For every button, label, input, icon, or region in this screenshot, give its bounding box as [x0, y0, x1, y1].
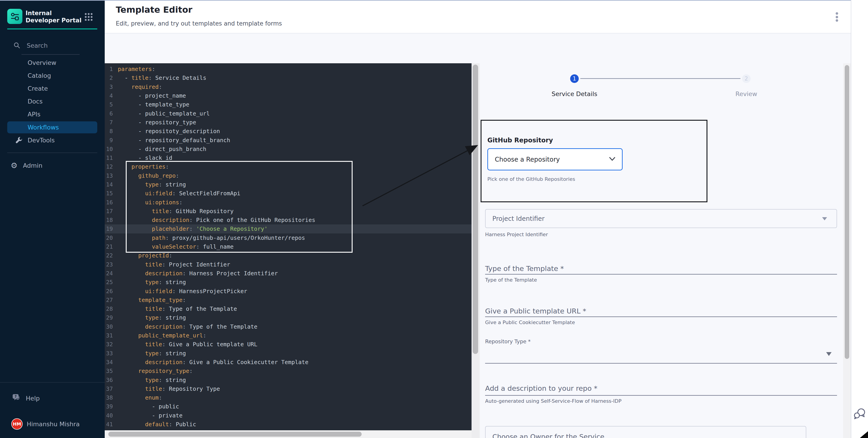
code-line[interactable]: 10 - direct_push_branch	[105, 145, 471, 154]
code-line[interactable]: 40 - private	[105, 411, 471, 420]
code-line[interactable]: 39 - public	[105, 402, 471, 411]
code-line[interactable]: 12 properties:	[105, 162, 471, 171]
chat-support-icon[interactable]	[853, 407, 866, 424]
code-line[interactable]: 6 - public_template_url	[105, 109, 471, 118]
chevron-down-icon	[609, 157, 616, 162]
stepper-step-1[interactable]: 1	[570, 74, 579, 83]
code-line[interactable]: 16 ui:options:	[105, 198, 471, 207]
dropdown-caret-icon[interactable]	[826, 352, 832, 356]
scrollbar-thumb[interactable]	[108, 432, 362, 437]
sidebar-item-label: Catalog	[28, 72, 51, 79]
code-line[interactable]: 14 type: string	[105, 180, 471, 189]
code-line[interactable]: 7 - repository_type	[105, 118, 471, 127]
code-line[interactable]: 19 placeholder: 'Choose a Repository'	[105, 225, 471, 233]
sidebar-item-create[interactable]: Create	[7, 82, 97, 95]
public-template-url-field[interactable]: Give a Public template URL * Give a Publ…	[485, 307, 837, 315]
code-line[interactable]: 11 - slack_id	[105, 154, 471, 162]
line-number: 18	[105, 217, 118, 223]
code-line[interactable]: 21 valueSelector: full_name	[105, 242, 471, 251]
owner-select[interactable]: Choose an Owner for the Service	[485, 426, 806, 438]
sidebar-item-label: Create	[28, 85, 48, 92]
app-logo[interactable]	[7, 9, 22, 24]
line-number: 10	[105, 146, 118, 152]
code-line[interactable]: 4 - project_name	[105, 91, 471, 100]
line-number: 30	[105, 324, 118, 330]
sidebar-item-label: Overview	[28, 59, 56, 66]
code-line[interactable]: 37 title: Repository Type	[105, 384, 471, 393]
line-number: 3	[105, 83, 118, 90]
code-line[interactable]: 13 github_repo:	[105, 171, 471, 180]
sidebar-item-help[interactable]: ? Help	[12, 393, 89, 404]
sidebar-item-docs[interactable]: Docs	[7, 95, 97, 107]
github-repository-helper: Pick one of the GitHub Repositories	[487, 176, 575, 182]
line-number: 31	[105, 332, 118, 339]
code-line[interactable]: 22 projectId:	[105, 251, 471, 260]
repo-description-field[interactable]: Add a description to your repo * Auto-ge…	[485, 384, 837, 392]
code-line[interactable]: 24 description: Harness Project Identifi…	[105, 269, 471, 278]
owner-placeholder: Choose an Owner for the Service	[492, 433, 604, 438]
public-template-url-helper: Give a Public Cookiecutter Template	[485, 319, 575, 325]
code-line[interactable]: 30 description: Type of the Template	[105, 322, 471, 331]
line-number: 11	[105, 155, 118, 161]
sidebar-item-admin[interactable]: ⚙ Admin	[7, 160, 97, 171]
code-line[interactable]: 20 path: proxy/github-api/users/OrkoHunt…	[105, 233, 471, 242]
code-line[interactable]: 34 description: Give a Public Cookiecutt…	[105, 358, 471, 367]
code-line[interactable]: 3 required:	[105, 82, 471, 91]
sidebar: Internal Developer Portal Search Overvie…	[0, 1, 105, 438]
code-line[interactable]: 33 type: string	[105, 349, 471, 358]
template-type-field[interactable]: Type of the Template * Type of the Templ…	[485, 264, 837, 273]
repo-description-helper: Auto-generated using Self-Service-Flow o…	[485, 398, 621, 404]
user-menu[interactable]: HM Himanshu Mishra	[11, 418, 97, 430]
line-number: 37	[105, 385, 118, 392]
code-line[interactable]: 23 title: Project Identifier	[105, 260, 471, 269]
code-line[interactable]: 8 - repositoty_description	[105, 127, 471, 136]
line-number: 6	[105, 110, 118, 117]
code-line[interactable]: 26 ui:field: HarnessProjectPicker	[105, 287, 471, 295]
project-identifier-select[interactable]: Project Identifier	[485, 209, 837, 228]
code-line[interactable]: 5 - template_type	[105, 100, 471, 109]
stepper-step-2[interactable]: 2	[742, 74, 751, 83]
sidebar-search[interactable]: Search	[13, 40, 90, 50]
sidebar-item-apis[interactable]: APIs	[7, 108, 97, 120]
code-line[interactable]: 17 title: GitHub Repository	[105, 207, 471, 215]
code-line[interactable]: 31 public_template_url:	[105, 331, 471, 340]
scrollbar-thumb[interactable]	[473, 65, 478, 354]
editor-vertical-scrollbar[interactable]	[471, 63, 480, 438]
sidebar-item-overview[interactable]: Overview	[7, 57, 97, 69]
github-repository-select[interactable]: Choose a Repository	[487, 148, 623, 170]
code-line[interactable]: 9 - repository_default_branch	[105, 136, 471, 144]
code-line[interactable]: 25 type: string	[105, 278, 471, 287]
svg-text:?: ?	[15, 395, 17, 399]
code-line[interactable]: 35 repository_type:	[105, 367, 471, 375]
code-line[interactable]: 32 title: Give a Public template URL	[105, 340, 471, 349]
line-number: 41	[105, 421, 118, 428]
scrollbar-thumb[interactable]	[845, 65, 849, 359]
line-number: 36	[105, 377, 118, 383]
code-line[interactable]: 41 default: Public	[105, 420, 471, 429]
repo-description-placeholder: Add a description to your repo *	[485, 384, 837, 392]
repository-type-underline[interactable]	[485, 363, 837, 364]
line-number: 39	[105, 403, 118, 410]
code-line[interactable]: 2 - title: Service Details	[105, 73, 471, 82]
code-line[interactable]: 36 type: string	[105, 375, 471, 384]
code-line[interactable]: 29 type: string	[105, 313, 471, 322]
editor-horizontal-scrollbar[interactable]	[105, 430, 471, 438]
line-number: 25	[105, 279, 118, 285]
line-number: 38	[105, 394, 118, 401]
app-grid-icon[interactable]	[85, 13, 93, 22]
template-form-preview: 1 2 Service Details Review GitHub Reposi…	[480, 63, 851, 438]
code-line[interactable]: 28 title: Type of the Template	[105, 304, 471, 313]
code-line[interactable]: 38 enum:	[105, 393, 471, 402]
code-line[interactable]: 27 template_type:	[105, 296, 471, 304]
code-line[interactable]: 1parameters:	[105, 65, 471, 73]
sidebar-item-catalog[interactable]: Catalog	[7, 70, 97, 81]
yaml-code-editor[interactable]: 1parameters:2 - title: Service Details3 …	[105, 63, 471, 438]
kebab-menu-icon[interactable]	[832, 12, 841, 22]
code-line[interactable]: 15 ui:field: SelectFieldFromApi	[105, 189, 471, 198]
sidebar-item-workflows[interactable]: Workflows	[7, 121, 97, 133]
code-line[interactable]: 18 description: Pick one of the GitHub R…	[105, 215, 471, 225]
line-number: 17	[105, 208, 118, 214]
field-underline	[485, 274, 837, 275]
sidebar-item-devtools[interactable]: DevTools	[7, 134, 97, 146]
page-vertical-scrollbar[interactable]	[843, 63, 851, 438]
